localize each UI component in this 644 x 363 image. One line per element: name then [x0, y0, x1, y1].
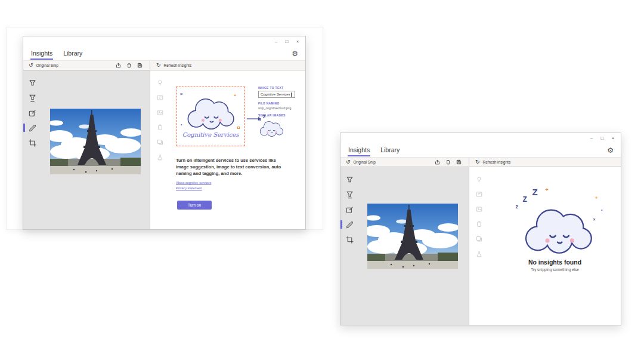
privacy-statement-link[interactable]: Privacy statement: [176, 186, 202, 190]
tab-bar: Insights Library ⚙: [340, 144, 621, 157]
highlight-tool-icon[interactable]: [340, 190, 358, 199]
refresh-icon[interactable]: ↻: [156, 63, 161, 68]
tab-bar: Insights Library ⚙: [23, 47, 305, 60]
similar-images-icon[interactable]: [476, 236, 482, 242]
toolbar-left: ↺ Original Snip: [340, 158, 469, 167]
pen-tool-icon[interactable]: [23, 123, 41, 133]
file-naming-value: snip_cognitivecloud.png: [258, 106, 306, 110]
maximize-button[interactable]: □: [281, 36, 292, 47]
image-insight-icon[interactable]: [157, 109, 163, 116]
insight-lightbulb-icon[interactable]: [476, 176, 482, 183]
similar-images-cloud-illustration: z Z: [258, 119, 287, 137]
insights-content: z Z Z + + • × No insights found Try snip…: [489, 167, 621, 325]
snip-insights-window-1: – □ × Insights Library ⚙ ↺ Original Snip…: [23, 36, 306, 230]
toolbar-right: ↻ Refresh insights: [150, 61, 305, 70]
undo-icon[interactable]: ↺: [346, 159, 351, 165]
sleeping-cloud-illustration: z Z Z + + • ×: [507, 186, 603, 256]
tab-insights[interactable]: Insights: [30, 48, 53, 60]
toolbar-actions: [435, 159, 469, 165]
highlight-tool-icon[interactable]: [23, 93, 41, 103]
snip-photo-eiffel-tower: [367, 204, 458, 269]
about-cognitive-services-link[interactable]: About cognitive services: [176, 181, 211, 184]
image-to-text-icon[interactable]: [476, 191, 482, 198]
image-to-text-icon[interactable]: [157, 94, 163, 101]
toolbar-left: ↺ Original Snip: [23, 61, 150, 70]
turn-on-button[interactable]: Turn on: [177, 201, 212, 210]
tools-sidebar: [340, 167, 358, 325]
share-icon[interactable]: [435, 159, 440, 165]
edit-tool-icon[interactable]: [340, 205, 358, 214]
experiment-flask-icon[interactable]: [476, 251, 482, 257]
snip-canvas: [340, 167, 469, 325]
z-icon: z: [259, 118, 261, 121]
minimize-button[interactable]: –: [586, 133, 597, 144]
maximize-button[interactable]: □: [597, 133, 608, 144]
toolbar: ↺ Original Snip ↻ Refresh insights: [340, 157, 621, 167]
sparkle-dot-icon: •: [601, 208, 602, 212]
edit-tool-icon[interactable]: [23, 108, 41, 118]
insight-lightbulb-icon[interactable]: [157, 79, 163, 86]
sparkle-plus-icon: +: [546, 187, 549, 193]
main-area: × + • Cognitive Services IMAGE TO TEXT C…: [23, 70, 305, 229]
similar-images-icon[interactable]: [157, 139, 163, 146]
insights-panel: z Z Z + + • × No insights found Try snip…: [469, 167, 621, 325]
crop-tool-icon[interactable]: [340, 235, 358, 244]
cloud-caption: Cognitive Services: [182, 131, 239, 138]
sparkle-cross-icon: ×: [180, 92, 182, 96]
tab-library[interactable]: Library: [380, 144, 400, 156]
sparkle-square-icon: [237, 127, 240, 129]
pen-tool-icon[interactable]: [340, 220, 358, 229]
crop-tool-icon[interactable]: [23, 138, 41, 147]
tools-sidebar: [23, 70, 41, 229]
cognitive-services-promo-box: × + • Cognitive Services: [176, 87, 245, 146]
image-insight-icon[interactable]: [476, 206, 482, 213]
tab-library[interactable]: Library: [63, 48, 83, 60]
close-button[interactable]: ×: [292, 36, 303, 47]
no-insights-empty-state: z Z Z + + • × No insights found Try snip…: [489, 186, 621, 272]
fill-tool-icon[interactable]: [340, 175, 358, 184]
settings-gear-icon[interactable]: ⚙: [292, 50, 298, 57]
minimize-button[interactable]: –: [271, 36, 281, 47]
clipboard-icon[interactable]: [476, 221, 482, 227]
cognitive-cloud-illustration: [184, 95, 237, 131]
save-icon[interactable]: [456, 159, 462, 165]
settings-gear-icon[interactable]: ⚙: [607, 147, 614, 154]
image-to-text-label: IMAGE TO TEXT: [258, 87, 306, 90]
titlebar[interactable]: – □ ×: [23, 36, 305, 47]
undo-icon[interactable]: ↺: [29, 63, 33, 68]
sparkle-plus-icon: +: [234, 93, 236, 97]
empty-state-title: No insights found: [528, 259, 581, 266]
titlebar[interactable]: – □ ×: [340, 133, 621, 144]
fill-tool-icon[interactable]: [23, 78, 41, 88]
insight-icon-strip: [150, 70, 170, 229]
experiment-flask-icon[interactable]: [157, 154, 163, 161]
share-icon[interactable]: [116, 63, 121, 68]
close-button[interactable]: ×: [608, 133, 618, 144]
toolbar: ↺ Original Snip ↻ Refresh insights: [23, 60, 305, 70]
toolbar-right: ↻ Refresh insights: [469, 158, 621, 167]
file-naming-label: FILE NAMING: [258, 102, 306, 105]
image-to-text-input[interactable]: Cognitive Services: [258, 91, 295, 98]
insight-previews-column: IMAGE TO TEXT Cognitive Services FILE NA…: [258, 87, 306, 137]
intelligent-services-description: Turn on intelligent services to use serv…: [176, 158, 284, 177]
snip-insights-window-2: – □ × Insights Library ⚙ ↺ Original Snip…: [340, 133, 621, 325]
z-icon: Z: [523, 196, 527, 203]
save-icon[interactable]: [137, 63, 143, 68]
clipboard-icon[interactable]: [157, 124, 163, 131]
insight-icon-strip: [469, 167, 489, 325]
delete-icon[interactable]: [445, 159, 451, 165]
original-snip-label: Original Snip: [354, 160, 376, 164]
delete-icon[interactable]: [126, 63, 132, 68]
tab-insights[interactable]: Insights: [348, 144, 370, 156]
sparkle-plus-icon: +: [595, 196, 598, 201]
refresh-insights-label[interactable]: Refresh insights: [483, 160, 511, 164]
z-icon: z: [516, 204, 519, 210]
z-icon: Z: [532, 187, 538, 196]
refresh-insights-label[interactable]: Refresh insights: [164, 63, 192, 67]
refresh-icon[interactable]: ↻: [475, 159, 480, 165]
text-caret: [291, 93, 292, 97]
sparkle-dot-icon: •: [181, 122, 182, 127]
image-to-text-value: Cognitive Services: [261, 93, 290, 96]
insights-panel: × + • Cognitive Services IMAGE TO TEXT C…: [150, 70, 305, 229]
empty-state-subtitle: Try snipping something else: [531, 267, 579, 272]
